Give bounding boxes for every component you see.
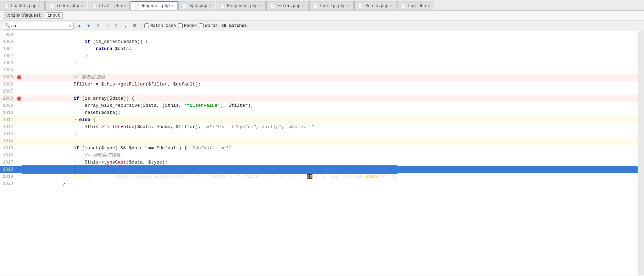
line-number: 1011 [0,116,16,123]
line-number: 1015 [0,145,16,152]
line-content: } [22,45,87,53]
tab-loader[interactable]: 📄 Loader.php × [0,1,45,10]
line-number: 1007 [0,88,16,95]
close-icon[interactable]: × [348,4,350,8]
tab-label: Request.php [141,4,170,9]
clear-search-icon[interactable]: ✕ [69,23,71,28]
tab-request[interactable]: 📄 Request.php × [131,1,178,10]
line-number: 1006 [0,81,16,88]
php-icon: 📄 [4,3,9,9]
breadcrumb-input[interactable]: input [45,12,63,19]
table-row: 1002 } [0,53,638,60]
tab-error[interactable]: 📄 Error.php × [266,1,308,10]
close-icon[interactable]: × [302,4,305,8]
php-icon: 📄 [313,3,318,9]
line-content [22,60,27,67]
find-option-1-button[interactable]: ⁺| [104,22,111,29]
line-content [22,180,27,187]
line-content: } [22,173,65,180]
line-number: 1016 [0,152,16,159]
close-icon[interactable]: × [209,4,212,8]
words-option[interactable]: Words [199,23,218,28]
line-gutter [16,81,22,88]
tab-app[interactable]: 📄 App.php × [178,1,215,10]
line-gutter [16,31,22,38]
tab-config[interactable]: 📄 Config.php × [309,1,354,10]
find-prev-button[interactable]: ▲ [76,22,83,29]
line-number: 1005 [0,74,16,81]
tab-log[interactable]: 📄 Log.php × [397,1,434,10]
tab-route[interactable]: 📄 Route.php × [354,1,396,10]
close-icon[interactable]: × [260,4,262,8]
line-number: 1013 [0,131,16,138]
close-icon[interactable]: × [38,4,41,8]
close-icon[interactable]: × [428,4,430,8]
table-row: 1011 $this->filterValue($data, $name, $f… [0,116,638,123]
match-case-option[interactable]: Match Case [144,23,176,28]
table-row: 1014 if (isset($type) && $data !== $defa… [0,138,638,145]
regex-option[interactable]: Regex [178,23,197,28]
words-label: Words [205,23,218,28]
close-icon[interactable]: × [124,4,126,8]
line-number: 1020 [0,180,16,187]
line-content: if (is_object($data)) { [22,31,148,38]
search-input[interactable] [11,23,68,28]
table-row: 1004 // 解析过滤器 [0,67,638,74]
php-icon: 📄 [401,3,406,9]
line-content: $this->filterValue($data, $name, $filter… [22,116,314,123]
match-case-checkbox[interactable] [144,23,149,28]
line-gutter [16,166,22,173]
line-number: 1012 [0,123,16,131]
editor-area[interactable]: 999 if (is_object($data)) { 1000 return … [0,31,644,275]
php-icon: 📄 [270,3,276,9]
line-gutter [16,67,22,74]
regex-checkbox[interactable] [178,23,183,28]
match-case-label: Match Case [150,23,176,28]
find-next-button[interactable]: ▼ [85,22,92,29]
line-content: } [22,123,76,131]
line-content [22,81,27,88]
words-checkbox[interactable] [199,23,204,28]
tab-start[interactable]: 📄 start.php × [88,1,130,10]
close-icon[interactable]: × [390,4,393,8]
line-gutter [16,173,22,180]
find-option-2-button[interactable]: |⁺ [113,22,120,29]
line-gutter [16,45,22,53]
breadcrumb-think-request[interactable]: \think\Request [3,12,44,19]
find-settings-button[interactable]: ⚙ [131,22,138,29]
php-icon: 📄 [134,4,140,9]
line-content: // 强制类型转换 [22,145,121,152]
line-content: } [22,53,76,60]
line-number: 1008 [0,95,16,102]
line-content: reset($data); [22,102,121,109]
line-gutter [16,74,22,81]
line-content: $filter = $this->getFilter($filter, $def… [22,74,201,81]
tab-response[interactable]: 📄 Response.php × [216,1,266,10]
line-gutter [16,116,22,123]
tab-label: start.php [99,4,122,9]
table-row: 1003 [0,60,638,67]
php-icon: 📄 [182,3,188,9]
tab-label: Response.php [227,4,257,9]
line-gutter [16,60,22,67]
line-content: } else { [22,109,96,116]
line-number: 1002 [0,53,16,60]
right-panel [638,31,644,275]
line-gutter [16,109,22,116]
close-icon[interactable]: × [172,4,174,8]
table-row: 1005 $filter = $this->getFilter($filter,… [0,74,638,81]
line-content [22,131,27,138]
line-gutter [16,131,22,138]
find-option-3-button[interactable]: |₊| [122,22,129,29]
line-gutter [16,88,22,95]
tab-index[interactable]: 📄 index.php × [45,1,87,10]
line-number: 1018 [0,166,16,173]
breadcrumb: \think\Request input [0,11,644,21]
tab-label: Route.php [365,4,388,9]
find-bar: 🔍 ✕ ▲ ▼ ⊕ ⁺| |⁺ |₊| ⚙ Match Case Regex W… [0,21,644,31]
table-row: 1010 } else { [0,109,638,116]
close-icon[interactable]: × [81,4,83,8]
tab-bar: 📄 Loader.php × 📄 index.php × 📄 start.php… [0,0,644,11]
find-all-button[interactable]: ⊕ [94,22,101,29]
table-row: 999 if (is_object($data)) { [0,31,638,38]
